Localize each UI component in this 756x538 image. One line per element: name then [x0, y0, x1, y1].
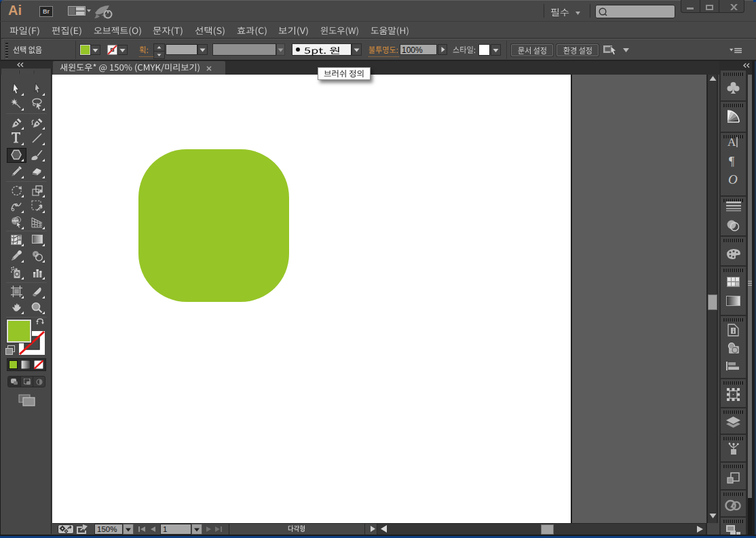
svg-text:¶: ¶ — [729, 156, 734, 167]
svg-text:A: A — [727, 136, 736, 148]
svg-text:O: O — [728, 174, 738, 186]
